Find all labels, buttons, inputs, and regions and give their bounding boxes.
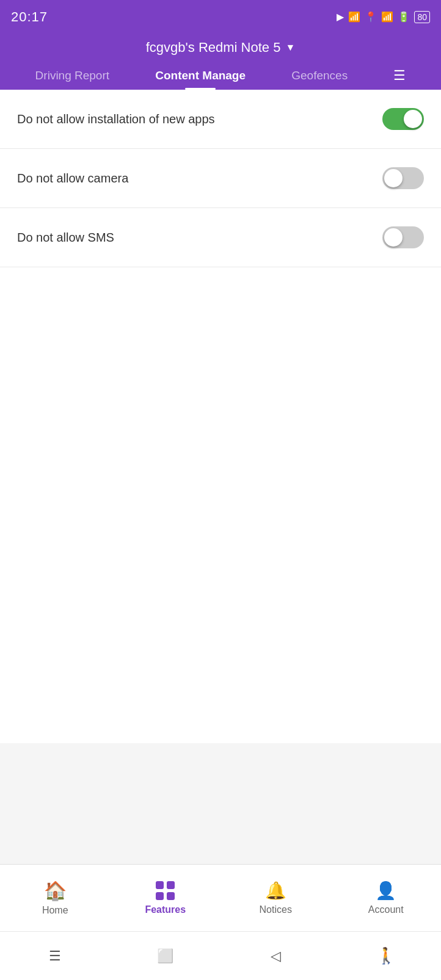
toggle-row-no-new-apps: Do not allow installation of new apps <box>0 90 441 149</box>
toggle-switch-no-sms[interactable] <box>382 226 424 248</box>
header: fcgvgb's Redmi Note 5 ▼ Driving Report C… <box>0 34 441 90</box>
grid-sq-2 <box>167 881 175 889</box>
features-icon <box>156 881 175 901</box>
system-back-button[interactable]: ◁ <box>263 944 288 968</box>
toggle-row-no-sms: Do not allow SMS <box>0 208 441 267</box>
grid-sq-1 <box>156 881 164 889</box>
tab-geofences[interactable]: Geofences <box>291 69 348 90</box>
location-icon: 📍 <box>365 11 377 23</box>
home-label: Home <box>42 905 68 916</box>
toggle-label-no-sms: Do not allow SMS <box>17 231 114 245</box>
device-name-row[interactable]: fcgvgb's Redmi Note 5 ▼ <box>146 40 295 56</box>
toggle-knob-no-sms <box>384 228 403 247</box>
bottom-nav-home[interactable]: 🏠 Home <box>27 880 82 916</box>
status-bar: 20:17 ▶ 📶 📍 📶 🔋 80 <box>0 0 441 34</box>
youtube-icon: ▶ <box>337 11 344 23</box>
system-menu-button[interactable]: ☰ <box>43 944 67 968</box>
system-nav: ☰ ⬜ ◁ 🚶 <box>0 931 441 980</box>
toggle-knob-no-camera <box>384 169 403 187</box>
notices-label: Notices <box>260 904 292 915</box>
toggle-label-no-new-apps: Do not allow installation of new apps <box>17 112 215 126</box>
signal-icon: 📶 <box>348 11 360 23</box>
bottom-nav-notices[interactable]: 🔔 Notices <box>248 881 303 915</box>
grid-sq-3 <box>156 892 164 900</box>
home-icon: 🏠 <box>44 880 67 901</box>
bottom-nav-features[interactable]: Features <box>138 881 193 915</box>
person-icon: 👤 <box>375 881 396 901</box>
status-icons: ▶ 📶 📍 📶 🔋 80 <box>337 11 430 23</box>
bell-icon: 🔔 <box>265 881 286 901</box>
bottom-nav: 🏠 Home Features 🔔 Notices 👤 Account <box>0 864 441 931</box>
accessibility-icon: 🚶 <box>376 946 396 965</box>
battery-icon: 🔋 <box>398 11 410 23</box>
toggle-switch-no-camera[interactable] <box>382 167 424 189</box>
tab-driving-report[interactable]: Driving Report <box>35 69 109 90</box>
main-content: Do not allow installation of new apps Do… <box>0 90 441 743</box>
toggle-row-no-camera: Do not allow camera <box>0 149 441 208</box>
battery-level: 80 <box>414 11 430 23</box>
device-dropdown-arrow[interactable]: ▼ <box>285 42 295 53</box>
account-label: Account <box>368 904 404 915</box>
toggle-knob-no-new-apps <box>404 110 422 128</box>
nav-tabs: Driving Report Content Manage Geofences … <box>12 68 429 90</box>
device-name-text: fcgvgb's Redmi Note 5 <box>146 40 281 56</box>
status-time: 20:17 <box>11 9 48 25</box>
system-home-button[interactable]: ⬜ <box>153 944 178 968</box>
toggle-switch-no-new-apps[interactable] <box>382 108 424 130</box>
toggle-label-no-camera: Do not allow camera <box>17 171 128 186</box>
bottom-nav-account[interactable]: 👤 Account <box>359 881 414 915</box>
features-label: Features <box>145 904 186 915</box>
menu-icon[interactable]: ☰ <box>393 68 406 90</box>
grid-sq-4 <box>167 892 175 900</box>
system-accessibility-button[interactable]: 🚶 <box>374 944 398 968</box>
empty-content-area <box>0 267 441 743</box>
tab-content-manage[interactable]: Content Manage <box>155 69 246 90</box>
wifi-icon: 📶 <box>381 11 393 23</box>
